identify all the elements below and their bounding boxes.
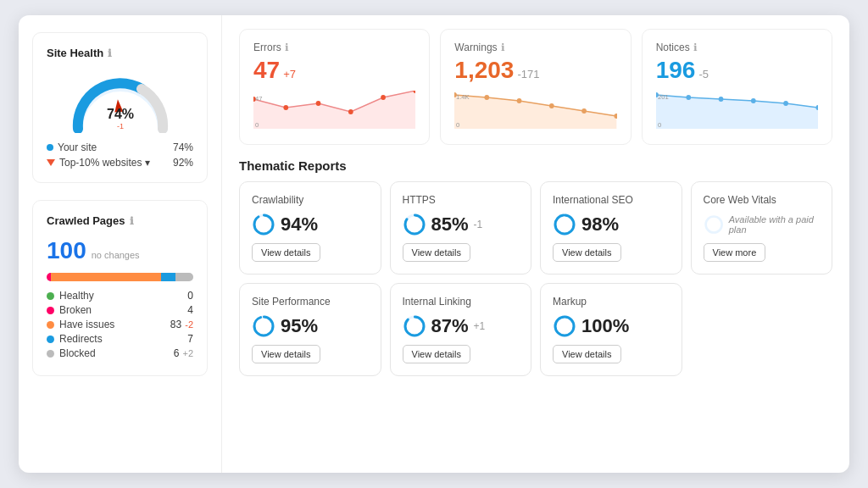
site-label: Your site xyxy=(58,141,97,153)
https-view-btn[interactable]: View details xyxy=(403,243,471,262)
warnings-delta: -171 xyxy=(517,68,539,80)
internal-linking-circle xyxy=(403,314,426,338)
svg-point-36 xyxy=(705,216,721,232)
legend-issues: Have issues 83 -2 xyxy=(47,319,193,330)
markup-percent: 100% xyxy=(581,315,629,337)
crawled-pages-card: Crawled Pages ℹ 100 no changes Healthy 0 xyxy=(32,200,208,376)
dot-healthy xyxy=(47,292,54,300)
svg-text:-1: -1 xyxy=(116,122,123,130)
gauge-container: 74% -1 xyxy=(47,69,193,133)
errors-value: 47 xyxy=(253,57,280,84)
report-site-perf: Site Performance 95% View details xyxy=(239,283,381,376)
crawlability-percent: 94% xyxy=(281,214,318,236)
https-delta: -1 xyxy=(474,219,483,230)
svg-text:74%: 74% xyxy=(106,107,133,121)
crawlability-circle xyxy=(252,213,275,236)
cwv-label: Core Web Vitals xyxy=(704,194,821,206)
errors-chart: 47 0 xyxy=(253,91,415,129)
notices-chart: 201 0 xyxy=(656,91,818,129)
svg-point-17 xyxy=(582,108,587,114)
warnings-chart: 1.4K 0 xyxy=(454,91,616,129)
https-circle xyxy=(403,213,426,236)
svg-point-7 xyxy=(348,109,353,114)
svg-text:0: 0 xyxy=(456,121,460,129)
site-perf-view-btn[interactable]: View details xyxy=(252,345,320,363)
crawled-pages-title: Crawled Pages ℹ xyxy=(47,214,193,227)
cwv-view-btn[interactable]: View more xyxy=(704,243,766,262)
notices-title: Notices ℹ xyxy=(656,42,818,53)
svg-point-25 xyxy=(751,98,756,103)
cwv-circle xyxy=(704,213,724,236)
dashboard: Site Health ℹ 74% -1 xyxy=(19,15,849,473)
svg-point-38 xyxy=(254,317,273,336)
svg-point-8 xyxy=(381,95,386,100)
site-health-info-icon[interactable]: ℹ xyxy=(108,47,112,59)
warnings-value: 1,203 xyxy=(454,57,514,84)
markup-label: Markup xyxy=(553,296,670,308)
internal-linking-percent: 87% xyxy=(431,315,469,337)
dot-broken xyxy=(47,307,54,314)
site-perf-label: Site Performance xyxy=(252,296,369,308)
internal-linking-delta: +1 xyxy=(474,320,486,332)
progress-blocked xyxy=(175,273,193,281)
crawled-note: no changes xyxy=(92,250,140,260)
reports-grid-row1: Crawlability 94% View details HTTPS xyxy=(239,181,832,274)
https-label: HTTPS xyxy=(403,194,520,206)
notices-delta: -5 xyxy=(698,68,709,80)
crawlability-view-btn[interactable]: View details xyxy=(252,243,320,262)
intl-seo-circle xyxy=(553,213,576,236)
dot-redirects xyxy=(47,336,54,343)
notices-value: 196 xyxy=(656,57,696,84)
crawled-count: 100 xyxy=(47,237,86,264)
crawled-progress-bar xyxy=(47,273,193,281)
legend-healthy: Healthy 0 xyxy=(47,290,193,302)
internal-linking-label: Internal Linking xyxy=(403,296,520,308)
svg-point-6 xyxy=(316,101,321,106)
svg-text:201: 201 xyxy=(658,93,669,101)
errors-info-icon[interactable]: ℹ xyxy=(285,42,289,53)
metrics-row: Errors ℹ 47 +7 47 0 xyxy=(239,29,832,145)
report-intl-seo: International SEO 98% View details xyxy=(540,181,682,274)
crawled-pages-info-icon[interactable]: ℹ xyxy=(130,215,134,227)
crawlability-label: Crawlability xyxy=(252,194,369,206)
legend-blocked: Blocked 6 +2 xyxy=(47,347,193,359)
gauge-chart: 74% -1 xyxy=(65,69,175,133)
warnings-info-icon[interactable]: ℹ xyxy=(501,42,505,53)
svg-point-14 xyxy=(485,95,490,100)
svg-point-15 xyxy=(517,98,522,103)
svg-point-35 xyxy=(555,215,574,234)
https-percent: 85% xyxy=(431,214,469,236)
intl-seo-view-btn[interactable]: View details xyxy=(553,243,621,262)
main-content: Errors ℹ 47 +7 47 0 xyxy=(222,15,849,473)
dot-blocked xyxy=(47,350,54,358)
report-cwv: Core Web Vitals Available with a paid pl… xyxy=(691,181,833,274)
report-internal-linking: Internal Linking 87% +1 View details xyxy=(390,283,532,376)
markup-view-btn[interactable]: View details xyxy=(553,345,621,363)
progress-issues xyxy=(51,273,161,281)
warnings-title: Warnings ℹ xyxy=(454,42,616,53)
svg-point-23 xyxy=(686,95,691,100)
site-health-title: Site Health ℹ xyxy=(47,47,193,59)
errors-delta: +7 xyxy=(283,68,296,80)
notices-info-icon[interactable]: ℹ xyxy=(693,42,698,53)
empty-slot xyxy=(691,283,833,376)
svg-text:0: 0 xyxy=(658,121,662,129)
internal-linking-view-btn[interactable]: View details xyxy=(403,345,471,363)
cwv-paid-note: Available with a paid plan xyxy=(729,214,820,235)
sidebar: Site Health ℹ 74% -1 xyxy=(19,15,222,473)
svg-point-42 xyxy=(555,317,574,336)
reports-grid-row2: Site Performance 95% View details Intern… xyxy=(239,283,832,376)
warnings-card: Warnings ℹ 1,203 -171 1.4K xyxy=(440,29,631,145)
thematic-reports-section: Thematic Reports Crawlability 94% View d… xyxy=(239,158,832,376)
intl-seo-percent: 98% xyxy=(581,214,619,236)
svg-point-24 xyxy=(718,97,723,102)
site-perf-circle xyxy=(252,314,275,338)
top-sites-icon xyxy=(47,159,55,166)
svg-point-26 xyxy=(783,101,788,106)
svg-point-40 xyxy=(405,317,424,336)
svg-text:47: 47 xyxy=(255,95,263,103)
site-dot xyxy=(47,144,53,151)
svg-text:1.4K: 1.4K xyxy=(456,93,470,101)
report-markup: Markup 100% View details xyxy=(540,283,682,376)
intl-seo-label: International SEO xyxy=(553,194,670,206)
